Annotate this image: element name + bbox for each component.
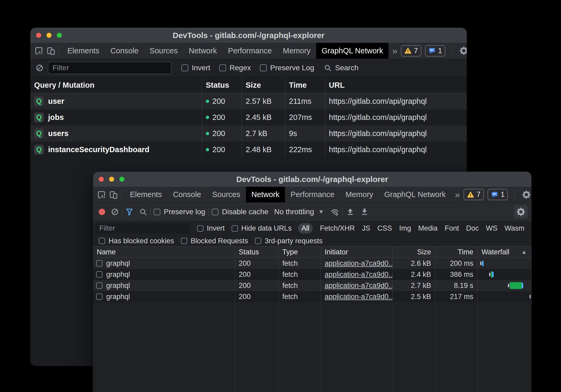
network-settings-button[interactable] [514,205,528,219]
row-checkbox[interactable] [96,282,102,289]
hide-data-urls-checkbox[interactable] [232,225,238,232]
third-party-requests-checkbox[interactable] [255,238,261,244]
table-row[interactable]: Qjobs 200 2.45 kB 207ms https://gitlab.c… [30,109,467,125]
issues-badge[interactable]: 1 [425,45,445,57]
hide-data-urls-checkbox-group[interactable]: Hide data URLs [232,224,292,232]
device-toolbar-icon[interactable] [47,46,55,55]
request-row[interactable]: graphql 200 fetch application-a7ca9d0… 2… [93,291,531,302]
initiator-link[interactable]: application-a7ca9d0… [325,270,392,279]
record-button[interactable] [99,209,105,215]
inspect-element-icon[interactable] [97,190,106,199]
col-initiator[interactable]: Initiator [321,246,392,258]
request-row[interactable]: graphql 200 fetch application-a7ca9d0… 2… [93,280,531,291]
invert-checkbox[interactable] [181,64,188,71]
clear-icon[interactable] [111,208,119,216]
col-size[interactable]: Size [242,77,285,93]
has-blocked-cookies-checkbox[interactable] [99,238,105,244]
chip-ws[interactable]: WS [486,224,498,232]
block-icon[interactable] [36,64,44,72]
preserve-log-checkbox[interactable] [260,64,267,71]
col-status[interactable]: Status [235,246,279,258]
row-checkbox[interactable] [96,293,102,300]
issues-badge[interactable]: 1 [488,189,508,200]
warnings-badge[interactable]: 7 [464,189,484,200]
tab-graphql-network[interactable]: GraphQL Network [379,187,451,202]
more-tabs-icon[interactable]: » [451,187,464,202]
initiator-link[interactable]: application-a7ca9d0… [325,259,392,268]
tab-memory[interactable]: Memory [340,187,379,202]
search-icon[interactable] [139,208,147,216]
tab-graphql-network[interactable]: GraphQL Network [316,43,389,59]
col-name[interactable]: Name [93,246,235,258]
chip-media[interactable]: Media [418,224,438,232]
request-row[interactable]: graphql 200 fetch application-a7ca9d0… 2… [93,269,531,280]
request-row[interactable]: graphql 200 fetch application-a7ca9d0… 2… [93,258,531,269]
chip-wasm[interactable]: Wasm [504,224,525,232]
chip-js[interactable]: JS [362,224,370,232]
blocked-requests-checkbox[interactable] [181,238,187,244]
initiator-link[interactable]: application-a7ca9d0… [325,293,392,301]
third-party-requests-checkbox-group[interactable]: 3rd-party requests [255,237,322,245]
tab-console[interactable]: Console [105,43,144,59]
tab-sources[interactable]: Sources [207,187,246,202]
tab-performance[interactable]: Performance [222,43,277,59]
col-time[interactable]: Time [285,77,325,93]
import-har-icon[interactable] [346,208,354,216]
col-size[interactable]: Size [392,246,436,258]
export-har-icon[interactable] [360,208,369,216]
has-blocked-cookies-checkbox-group[interactable]: Has blocked cookies [99,237,174,245]
settings-gear-icon[interactable] [459,46,467,55]
tab-memory[interactable]: Memory [277,43,316,59]
filter-funnel-icon[interactable] [125,208,133,216]
disable-cache-checkbox-group[interactable]: Disable cache [212,208,268,216]
preserve-log-checkbox-group[interactable]: Preserve Log [260,64,314,72]
title-bar[interactable]: DevTools - gitlab.com/-/graphql-explorer [30,28,467,43]
chip-all[interactable]: All [298,223,313,234]
col-type[interactable]: Type [279,246,321,258]
more-tabs-icon[interactable]: » [389,43,401,59]
tab-sources[interactable]: Sources [144,43,183,59]
tab-network[interactable]: Network [246,187,285,202]
warnings-badge[interactable]: 7 [401,45,421,57]
network-conditions-icon[interactable] [330,207,339,216]
inspect-element-icon[interactable] [35,46,43,55]
chip-img[interactable]: Img [399,224,411,232]
invert-checkbox-group[interactable]: Invert [181,64,210,72]
network-filter-input[interactable] [96,223,190,234]
row-checkbox[interactable] [96,271,102,278]
tab-performance[interactable]: Performance [285,187,340,202]
filter-input[interactable] [48,62,171,74]
table-row[interactable]: Quser 200 2.57 kB 211ms https://gitlab.c… [30,93,467,109]
col-url[interactable]: URL [325,77,467,93]
chip-font[interactable]: Font [445,224,459,232]
chip-css[interactable]: CSS [377,224,392,232]
invert-checkbox[interactable] [197,225,203,232]
preserve-log-checkbox[interactable] [154,209,160,215]
table-row[interactable]: Qusers 200 2.7 kB 9s https://gitlab.com/… [30,125,467,142]
tab-elements[interactable]: Elements [124,187,167,202]
tab-elements[interactable]: Elements [62,43,105,59]
query-badge: Q [34,145,44,155]
preserve-log-checkbox-group[interactable]: Preserve log [154,208,205,216]
initiator-link[interactable]: application-a7ca9d0… [325,282,392,290]
regex-checkbox[interactable] [219,64,226,71]
tab-console[interactable]: Console [167,187,207,202]
title-bar[interactable]: DevTools - gitlab.com/-/graphql-explorer [93,172,531,187]
col-query-mutation[interactable]: Query / Mutation [30,77,202,93]
table-row[interactable]: QinstanceSecurityDashboard 200 2.48 kB 2… [30,142,467,158]
chip-doc[interactable]: Doc [466,224,479,232]
settings-gear-icon[interactable] [522,190,531,199]
col-time[interactable]: Time [436,246,478,258]
col-waterfall[interactable]: Waterfall ▲ [478,246,531,258]
tab-network[interactable]: Network [183,43,222,59]
chip-fetch-xhr[interactable]: Fetch/XHR [320,224,355,232]
invert-checkbox-group[interactable]: Invert [197,224,225,232]
throttling-select[interactable]: No throttling ▼ [274,208,324,216]
col-status[interactable]: Status [202,77,242,93]
row-checkbox[interactable] [96,260,102,267]
disable-cache-checkbox[interactable] [212,209,218,215]
blocked-requests-checkbox-group[interactable]: Blocked Requests [181,237,248,245]
device-toolbar-icon[interactable] [109,190,118,199]
regex-checkbox-group[interactable]: Regex [219,64,251,72]
search-button[interactable]: Search [324,64,359,72]
